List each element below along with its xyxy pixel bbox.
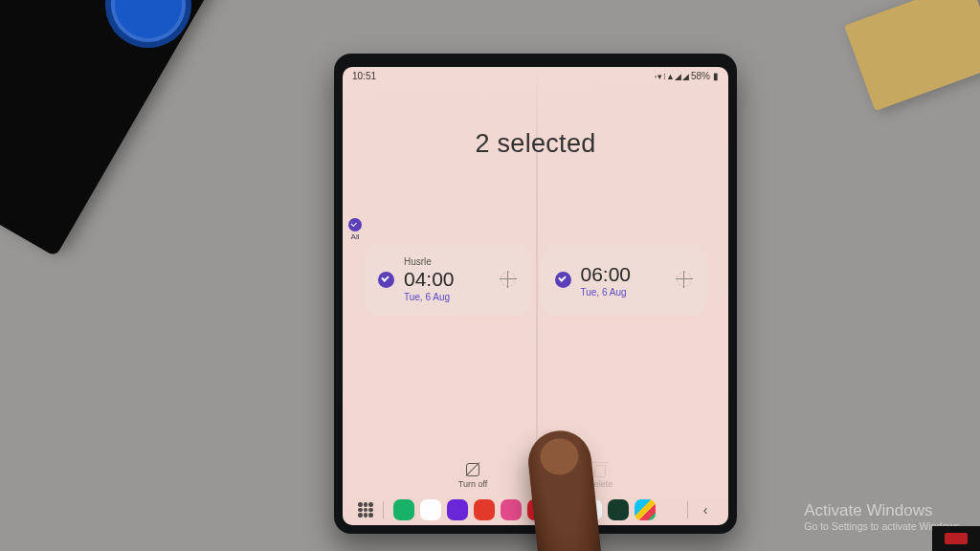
turn-off-icon bbox=[465, 462, 480, 477]
app-samsung-internet[interactable] bbox=[447, 499, 468, 520]
alarm-time: 04:00 bbox=[404, 268, 500, 291]
app-play-store[interactable] bbox=[635, 499, 656, 520]
app-android-auto[interactable] bbox=[608, 499, 629, 520]
turn-off-button[interactable]: Turn off bbox=[458, 462, 488, 489]
status-time: 10:51 bbox=[352, 71, 376, 81]
turn-off-label: Turn off bbox=[458, 479, 488, 489]
alarm-body: 06:00 Tue, 6 Aug bbox=[581, 262, 677, 298]
status-icons: ◦ ▾ ⁝ ▲ ◢ ◢ bbox=[654, 72, 688, 81]
alarm-card[interactable]: Husrle 04:00 Tue, 6 Aug bbox=[365, 245, 530, 316]
watermark-heading: Activate Windows bbox=[804, 501, 963, 520]
trash-icon bbox=[592, 462, 608, 477]
taskbar-divider bbox=[687, 501, 688, 518]
alarm-time: 06:00 bbox=[581, 263, 677, 286]
app-flipboard[interactable] bbox=[474, 499, 495, 520]
alarm-cards: Husrle 04:00 Tue, 6 Aug 06:00 Tue, 6 Aug bbox=[365, 245, 706, 316]
alarm-card[interactable]: 06:00 Tue, 6 Aug bbox=[542, 245, 707, 316]
taskbar-divider bbox=[383, 501, 384, 518]
alarm-toggle-icon[interactable] bbox=[676, 271, 693, 288]
alarm-date: Tue, 6 Aug bbox=[404, 292, 500, 302]
selected-check-icon[interactable] bbox=[378, 272, 394, 288]
status-right: ◦ ▾ ⁝ ▲ ◢ ◢ 58% ▮ bbox=[654, 71, 719, 81]
taskbar-back-icon[interactable]: ‹ bbox=[698, 502, 713, 518]
app-galaxy-store[interactable] bbox=[501, 499, 522, 520]
select-all[interactable]: All bbox=[348, 218, 362, 241]
select-all-label: All bbox=[351, 232, 360, 241]
battery-icon: ▮ bbox=[713, 71, 719, 81]
product-box-prop: Galaxy Z Fold6 bbox=[0, 0, 218, 256]
alarm-toggle-icon[interactable] bbox=[500, 271, 517, 288]
wooden-block-prop bbox=[844, 0, 980, 111]
app-drawer-icon[interactable] bbox=[358, 502, 373, 518]
alarm-date: Tue, 6 Aug bbox=[581, 287, 677, 298]
status-battery: 58% bbox=[691, 71, 710, 81]
selected-check-icon[interactable] bbox=[555, 272, 571, 288]
alarm-body: Husrle 04:00 Tue, 6 Aug bbox=[404, 256, 500, 302]
check-icon bbox=[348, 218, 362, 231]
app-messages[interactable] bbox=[420, 499, 441, 520]
app-phone[interactable] bbox=[393, 499, 414, 520]
channel-badge bbox=[932, 526, 980, 551]
alarm-name: Husrle bbox=[404, 256, 500, 267]
